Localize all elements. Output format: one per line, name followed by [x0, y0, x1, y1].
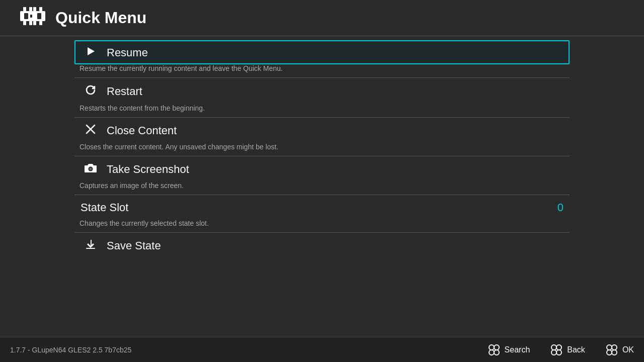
screenshot-label: Take Screenshot: [107, 163, 189, 176]
svg-point-21: [489, 345, 494, 350]
svg-point-25: [551, 345, 556, 350]
menu-content: Resume Resume the currently running cont…: [0, 36, 644, 258]
svg-rect-1: [23, 7, 26, 11]
svg-point-30: [612, 345, 617, 350]
restart-label: Restart: [107, 85, 142, 98]
menu-item-close-content[interactable]: Close Content: [74, 118, 570, 143]
svg-point-32: [612, 350, 617, 355]
version-text: 1.7.7 - GLupeN64 GLES2 2.5 7b7cb25: [10, 346, 488, 354]
menu-item-state-slot[interactable]: State Slot 0: [74, 195, 570, 219]
header: Quick Menu: [0, 0, 644, 36]
menu-item-resume[interactable]: Resume: [74, 40, 570, 64]
state-slot-desc: Changes the currently selected state slo…: [74, 219, 570, 232]
menu-item-save-state[interactable]: Save State: [74, 233, 570, 258]
svg-point-24: [494, 350, 499, 355]
camera-icon: [80, 162, 101, 176]
back-label: Back: [567, 345, 585, 354]
svg-point-31: [607, 350, 612, 355]
svg-point-29: [607, 345, 612, 350]
svg-marker-19: [87, 240, 94, 248]
back-btn-icon: [550, 343, 563, 356]
svg-point-26: [556, 345, 561, 350]
svg-rect-6: [29, 21, 32, 25]
svg-rect-11: [30, 15, 32, 18]
search-label: Search: [505, 345, 530, 354]
ok-btn-icon: [605, 343, 618, 356]
ok-label: OK: [622, 345, 634, 354]
back-button[interactable]: Back: [550, 343, 585, 356]
svg-point-23: [489, 350, 494, 355]
svg-rect-0: [20, 11, 45, 21]
footer: 1.7.7 - GLupeN64 GLES2 2.5 7b7cb25 Searc…: [0, 337, 644, 362]
svg-rect-4: [39, 7, 42, 11]
svg-rect-5: [23, 21, 26, 25]
close-icon: [80, 124, 101, 138]
download-icon: [80, 239, 101, 253]
svg-point-18: [90, 168, 92, 170]
state-slot-label: State Slot: [80, 201, 128, 214]
menu-item-screenshot[interactable]: Take Screenshot: [74, 156, 570, 182]
svg-point-22: [494, 345, 499, 350]
ok-button[interactable]: OK: [605, 343, 634, 356]
svg-point-27: [551, 350, 556, 355]
svg-rect-2: [29, 7, 32, 11]
search-button[interactable]: Search: [488, 343, 530, 356]
svg-point-28: [556, 350, 561, 355]
search-btn-icon: [488, 343, 501, 356]
resume-desc: Resume the currently running content and…: [74, 64, 570, 77]
screenshot-desc: Captures an image of the screen.: [74, 182, 570, 195]
restart-icon: [80, 84, 101, 99]
svg-rect-20: [86, 248, 95, 249]
restart-desc: Restarts the content from the beginning.: [74, 104, 570, 117]
svg-rect-9: [24, 13, 28, 19]
menu-item-restart[interactable]: Restart: [74, 78, 570, 104]
state-slot-value: 0: [557, 201, 564, 214]
svg-rect-8: [39, 21, 42, 25]
close-content-label: Close Content: [107, 124, 177, 137]
app-icon: [20, 7, 45, 29]
page-title: Quick Menu: [55, 9, 146, 27]
play-icon: [80, 46, 101, 59]
save-state-label: Save State: [107, 239, 161, 252]
resume-label: Resume: [107, 46, 148, 59]
close-content-desc: Closes the current content. Any unsaved …: [74, 143, 570, 156]
footer-controls: Search Back OK: [488, 343, 634, 356]
svg-rect-3: [33, 7, 36, 11]
svg-rect-10: [37, 13, 41, 19]
svg-marker-12: [88, 47, 95, 55]
svg-rect-7: [33, 21, 36, 25]
